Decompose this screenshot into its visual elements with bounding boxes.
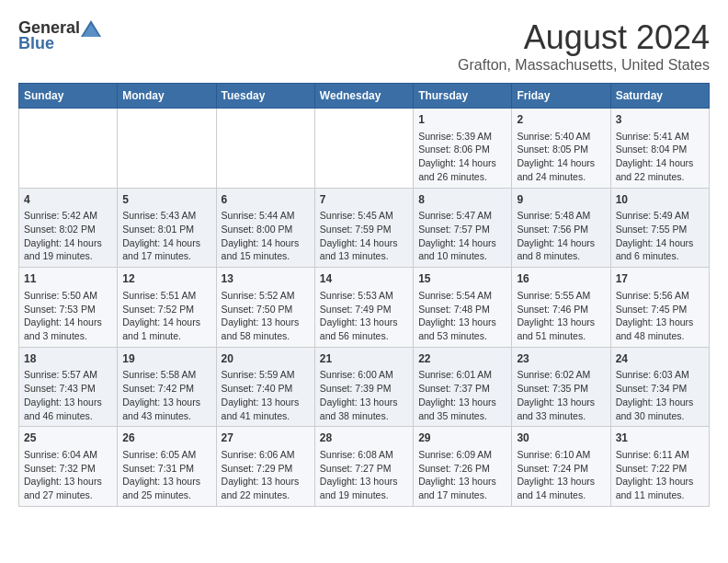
calendar-cell: 10Sunrise: 5:49 AMSunset: 7:55 PMDayligh… — [610, 188, 709, 268]
cell-content-line: Sunrise: 6:11 AM — [616, 448, 704, 462]
cell-content-line: Sunrise: 5:42 AM — [24, 209, 112, 223]
cell-content-line: Daylight: 13 hours and 11 minutes. — [616, 475, 704, 501]
cell-content-line: Sunrise: 5:48 AM — [517, 209, 605, 223]
day-number: 18 — [24, 351, 112, 367]
calendar-cell: 29Sunrise: 6:09 AMSunset: 7:26 PMDayligh… — [414, 427, 512, 507]
cell-content-line: Daylight: 14 hours and 8 minutes. — [517, 236, 605, 263]
page-header: General Blue August 2024 Grafton, Massac… — [18, 18, 710, 74]
calendar-cell: 21Sunrise: 6:00 AMSunset: 7:39 PMDayligh… — [314, 347, 413, 427]
calendar-cell: 14Sunrise: 5:53 AMSunset: 7:49 PMDayligh… — [314, 268, 413, 348]
logo: General Blue — [18, 18, 102, 53]
calendar-cell: 20Sunrise: 5:59 AMSunset: 7:40 PMDayligh… — [216, 347, 314, 427]
cell-content-line: Daylight: 14 hours and 22 minutes. — [616, 156, 704, 183]
calendar-cell: 2Sunrise: 5:40 AMSunset: 8:05 PMDaylight… — [512, 109, 610, 189]
day-number: 11 — [24, 271, 112, 287]
cell-content-line: Sunset: 7:49 PM — [320, 303, 408, 316]
cell-content-line: Sunset: 8:00 PM — [222, 223, 310, 236]
cell-content-line: Sunrise: 5:52 AM — [222, 289, 310, 303]
cell-content-line: Sunset: 7:26 PM — [418, 462, 506, 476]
cell-content-line: Sunset: 7:53 PM — [24, 303, 112, 316]
calendar-cell: 26Sunrise: 6:05 AMSunset: 7:31 PMDayligh… — [118, 427, 216, 507]
cell-content-line: Sunset: 7:42 PM — [122, 382, 210, 396]
month-year-title: August 2024 — [458, 18, 710, 57]
cell-content-line: Daylight: 13 hours and 53 minutes. — [418, 316, 506, 342]
cell-content-line: Sunset: 8:01 PM — [122, 223, 210, 236]
cell-content-line: Sunrise: 5:56 AM — [616, 289, 704, 303]
day-header-sunday: Sunday — [19, 84, 118, 109]
day-number: 28 — [320, 431, 408, 446]
cell-content-line: Sunrise: 5:49 AM — [616, 209, 704, 223]
cell-content-line: Sunset: 7:34 PM — [616, 382, 704, 396]
day-number: 21 — [320, 351, 408, 367]
calendar-body: 1Sunrise: 5:39 AMSunset: 8:06 PMDaylight… — [19, 109, 710, 507]
cell-content-line: Daylight: 13 hours and 27 minutes. — [24, 475, 112, 501]
cell-content-line: Daylight: 14 hours and 13 minutes. — [320, 236, 408, 263]
cell-content-line: Daylight: 14 hours and 19 minutes. — [24, 236, 112, 263]
logo-blue-text: Blue — [18, 34, 54, 53]
cell-content-line: Daylight: 13 hours and 14 minutes. — [517, 475, 605, 501]
cell-content-line: Sunrise: 5:40 AM — [517, 130, 605, 144]
calendar-cell: 8Sunrise: 5:47 AMSunset: 7:57 PMDaylight… — [414, 188, 512, 268]
cell-content-line: Sunrise: 6:03 AM — [616, 368, 704, 382]
cell-content-line: Sunrise: 5:54 AM — [418, 289, 506, 303]
day-number: 8 — [418, 192, 506, 208]
cell-content-line: Sunset: 7:37 PM — [418, 382, 506, 396]
cell-content-line: Daylight: 13 hours and 46 minutes. — [24, 396, 112, 422]
calendar-cell: 19Sunrise: 5:58 AMSunset: 7:42 PMDayligh… — [118, 347, 216, 427]
calendar-cell: 30Sunrise: 6:10 AMSunset: 7:24 PMDayligh… — [512, 427, 610, 507]
day-number: 14 — [320, 271, 408, 287]
calendar-cell: 22Sunrise: 6:01 AMSunset: 7:37 PMDayligh… — [414, 347, 512, 427]
cell-content-line: Daylight: 14 hours and 3 minutes. — [24, 316, 112, 342]
day-number: 29 — [418, 431, 506, 446]
day-header-monday: Monday — [118, 84, 216, 109]
cell-content-line: Sunset: 7:56 PM — [517, 223, 605, 236]
cell-content-line: Sunrise: 5:58 AM — [122, 368, 210, 382]
day-header-saturday: Saturday — [610, 84, 709, 109]
cell-content-line: Sunset: 7:46 PM — [517, 303, 605, 316]
cell-content-line: Sunrise: 5:57 AM — [24, 368, 112, 382]
calendar-cell: 1Sunrise: 5:39 AMSunset: 8:06 PMDaylight… — [414, 109, 512, 189]
cell-content-line: Sunset: 7:48 PM — [418, 303, 506, 316]
calendar-cell: 17Sunrise: 5:56 AMSunset: 7:45 PMDayligh… — [610, 268, 709, 348]
calendar-cell — [19, 109, 118, 189]
day-number: 23 — [517, 351, 605, 367]
cell-content-line: Daylight: 14 hours and 15 minutes. — [222, 236, 310, 263]
day-number: 19 — [122, 351, 210, 367]
day-number: 4 — [24, 192, 112, 208]
day-number: 22 — [418, 351, 506, 367]
cell-content-line: Daylight: 14 hours and 26 minutes. — [418, 156, 506, 183]
cell-content-line: Sunset: 7:45 PM — [616, 303, 704, 316]
cell-content-line: Daylight: 13 hours and 41 minutes. — [222, 396, 310, 422]
calendar-cell: 23Sunrise: 6:02 AMSunset: 7:35 PMDayligh… — [512, 347, 610, 427]
cell-content-line: Daylight: 13 hours and 48 minutes. — [616, 316, 704, 342]
cell-content-line: Sunrise: 5:45 AM — [320, 209, 408, 223]
day-number: 5 — [122, 192, 210, 208]
cell-content-line: Sunrise: 5:43 AM — [122, 209, 210, 223]
calendar-cell: 12Sunrise: 5:51 AMSunset: 7:52 PMDayligh… — [118, 268, 216, 348]
calendar-cell: 7Sunrise: 5:45 AMSunset: 7:59 PMDaylight… — [314, 188, 413, 268]
day-number: 12 — [122, 271, 210, 287]
cell-content-line: Sunset: 7:27 PM — [320, 462, 408, 476]
calendar-cell — [314, 109, 413, 189]
cell-content-line: Sunset: 7:52 PM — [122, 303, 210, 316]
cell-content-line: Sunset: 7:40 PM — [222, 382, 310, 396]
cell-content-line: Sunset: 7:55 PM — [616, 223, 704, 236]
cell-content-line: Daylight: 13 hours and 35 minutes. — [418, 396, 506, 422]
day-number: 9 — [517, 192, 605, 208]
cell-content-line: Daylight: 13 hours and 19 minutes. — [320, 475, 408, 501]
day-number: 7 — [320, 192, 408, 208]
cell-content-line: Sunrise: 6:02 AM — [517, 368, 605, 382]
location-subtitle: Grafton, Massachusetts, United States — [458, 57, 710, 74]
cell-content-line: Daylight: 13 hours and 51 minutes. — [517, 316, 605, 342]
cell-content-line: Sunset: 8:05 PM — [517, 143, 605, 156]
cell-content-line: Sunrise: 5:51 AM — [122, 289, 210, 303]
calendar-cell: 16Sunrise: 5:55 AMSunset: 7:46 PMDayligh… — [512, 268, 610, 348]
cell-content-line: Daylight: 13 hours and 25 minutes. — [122, 475, 210, 501]
cell-content-line: Daylight: 13 hours and 33 minutes. — [517, 396, 605, 422]
calendar-week-2: 4Sunrise: 5:42 AMSunset: 8:02 PMDaylight… — [19, 188, 710, 268]
cell-content-line: Daylight: 14 hours and 1 minute. — [122, 316, 210, 342]
calendar-cell: 11Sunrise: 5:50 AMSunset: 7:53 PMDayligh… — [19, 268, 118, 348]
cell-content-line: Daylight: 13 hours and 17 minutes. — [418, 475, 506, 501]
cell-content-line: Sunset: 7:39 PM — [320, 382, 408, 396]
calendar-week-4: 18Sunrise: 5:57 AMSunset: 7:43 PMDayligh… — [19, 347, 710, 427]
